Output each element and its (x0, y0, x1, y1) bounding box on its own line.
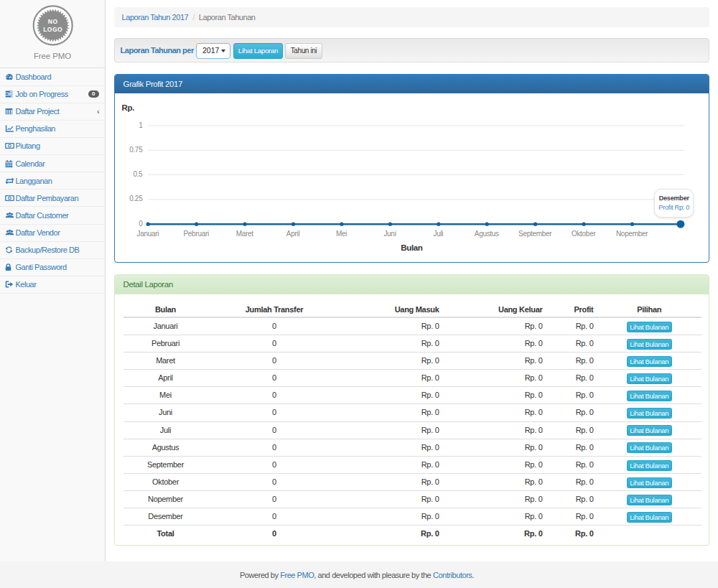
svg-text:NO: NO (48, 18, 58, 25)
svg-text:LOGO: LOGO (43, 26, 62, 33)
